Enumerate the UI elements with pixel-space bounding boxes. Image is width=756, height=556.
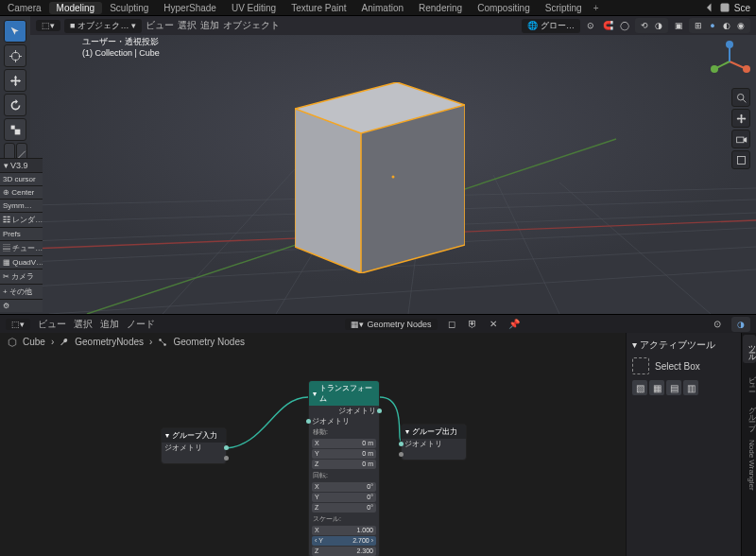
svg-rect-2 bbox=[10, 125, 14, 129]
svg-rect-0 bbox=[720, 4, 729, 12]
close-nodetree-icon[interactable]: ✕ bbox=[487, 318, 500, 331]
scale-y-field[interactable]: ‹ Y2.700 › bbox=[312, 536, 376, 546]
node-tree-selector[interactable]: ▦▾ Geometry Nodes bbox=[345, 319, 437, 330]
ws-tab-texture[interactable]: Texture Paint bbox=[284, 2, 353, 14]
origin-dot bbox=[392, 176, 395, 179]
ws-tab-camera[interactable]: Camera bbox=[0, 2, 49, 14]
camera-view-icon[interactable] bbox=[731, 130, 750, 148]
svg-point-28 bbox=[737, 94, 744, 100]
select-box-icon bbox=[632, 357, 649, 374]
svg-point-25 bbox=[711, 65, 718, 73]
rendered-shading-icon[interactable]: ◉ bbox=[734, 19, 747, 32]
panel-center[interactable]: ⊕ Center bbox=[0, 185, 43, 199]
cursor-tool[interactable] bbox=[4, 44, 26, 67]
ws-tab-scripting[interactable]: Scripting bbox=[538, 2, 590, 14]
vtab-view[interactable]: ビュー bbox=[743, 365, 756, 393]
menu-view[interactable]: ビュー bbox=[146, 19, 174, 32]
node-group-input[interactable]: ▾グループ入力 ジオメトリ bbox=[161, 427, 227, 464]
shading-pill: ⊞ ● ◐ ◉ bbox=[689, 18, 750, 33]
ws-tab-hypershade[interactable]: HyperShade bbox=[156, 2, 224, 14]
selmode-sub-icon[interactable]: ▤ bbox=[666, 380, 681, 395]
menu-object[interactable]: オブジェクト bbox=[223, 19, 280, 32]
back-icon[interactable] bbox=[704, 2, 715, 13]
panel-3d-cursor[interactable]: 3D cursor bbox=[0, 172, 43, 185]
ne-menu-view[interactable]: ビュー bbox=[38, 318, 66, 331]
pivot-icon[interactable]: ⊙ bbox=[584, 19, 597, 32]
selmode-invert-icon[interactable]: ▥ bbox=[683, 380, 698, 395]
cube-icon bbox=[8, 338, 17, 347]
shield-icon[interactable]: ⛨ bbox=[466, 318, 479, 331]
orientation-dropdown[interactable]: 🌐 グロー… bbox=[522, 19, 580, 33]
node-transform[interactable]: ▾トランスフォーム ジオメトリ ジオメトリ 移動: X0 m Y0 m Z0 m… bbox=[308, 380, 380, 556]
wireframe-shading-icon[interactable]: ⊞ bbox=[692, 19, 705, 32]
side-panel: ▾V3.9 3D cursor ⊕ Center Symm… ☷ レンダ… Pr… bbox=[0, 158, 43, 312]
zoom-icon[interactable] bbox=[731, 88, 750, 107]
ws-tab-animation[interactable]: Animation bbox=[354, 2, 411, 14]
node-canvas[interactable]: Cube › GeometryNodes › Geometry Nodes ▾グ… bbox=[0, 333, 626, 556]
cube-mesh[interactable] bbox=[295, 82, 465, 273]
context-label: ユーザー・透視投影 (1) Collection | Cube bbox=[82, 37, 160, 59]
ne-menu-add[interactable]: 追加 bbox=[100, 318, 119, 331]
scene-name[interactable]: Sce bbox=[734, 3, 750, 13]
snap-ne-icon[interactable]: ⊙ bbox=[711, 318, 724, 331]
mode-dropdown[interactable]: ■ オブジェク… ▾ bbox=[64, 19, 142, 33]
menu-add[interactable]: 追加 bbox=[200, 19, 219, 32]
pan-icon[interactable] bbox=[731, 109, 750, 128]
gizmo-toggle-icon[interactable]: ⟲ bbox=[638, 19, 651, 32]
material-shading-icon[interactable]: ◐ bbox=[720, 19, 733, 32]
overlay-ne-icon[interactable]: ◑ bbox=[734, 318, 747, 331]
solid-shading-icon[interactable]: ● bbox=[706, 19, 719, 32]
panel-prefs[interactable]: Prefs bbox=[0, 227, 43, 240]
selmode-set-icon[interactable]: ▧ bbox=[632, 380, 647, 395]
editor-type-dropdown[interactable]: ⬚▾ bbox=[36, 20, 60, 31]
proportional-icon[interactable]: ◯ bbox=[618, 19, 631, 32]
panel-render[interactable]: ☷ レンダ… bbox=[0, 212, 43, 227]
vtab-group[interactable]: グループ bbox=[743, 395, 756, 432]
ne-editor-type-dropdown[interactable]: ⬚▾ bbox=[6, 319, 30, 330]
move-tool[interactable] bbox=[4, 69, 26, 92]
active-tool-select-box[interactable]: Select Box bbox=[632, 357, 735, 374]
svg-marker-20 bbox=[295, 109, 361, 273]
ws-tab-modeling[interactable]: Modeling bbox=[49, 2, 103, 14]
select-box-tool[interactable] bbox=[4, 20, 26, 43]
breadcrumb-object[interactable]: Cube bbox=[23, 337, 45, 347]
nav-gizmo[interactable] bbox=[709, 41, 750, 82]
panel-symm[interactable]: Symm… bbox=[0, 199, 43, 212]
ws-tab-compositing[interactable]: Compositing bbox=[470, 2, 538, 14]
pin-nodetree-icon[interactable]: ◻ bbox=[445, 318, 458, 331]
overlay-toggle-icon[interactable]: ◑ bbox=[652, 19, 665, 32]
nodetree-icon bbox=[158, 338, 167, 347]
breadcrumb-modifier[interactable]: GeometryNodes bbox=[75, 337, 144, 347]
ne-menu-select[interactable]: 選択 bbox=[74, 318, 93, 331]
vtab-wrangler[interactable]: Node Wrangler bbox=[743, 434, 756, 496]
vtab-tool[interactable]: ツール bbox=[743, 335, 756, 363]
menu-select[interactable]: 選択 bbox=[178, 19, 197, 32]
scale-tool[interactable] bbox=[4, 118, 26, 141]
ws-tab-uv[interactable]: UV Editing bbox=[224, 2, 284, 14]
persp-ortho-icon[interactable] bbox=[731, 150, 750, 169]
add-workspace-button[interactable]: + bbox=[593, 3, 599, 13]
selmode-extend-icon[interactable]: ▦ bbox=[649, 380, 664, 395]
scene-icon[interactable] bbox=[719, 2, 730, 13]
3d-viewport[interactable]: ⬚▾ ■ オブジェク… ▾ ビュー 選択 追加 オブジェクト 🌐 グロー… ⊙ … bbox=[30, 16, 756, 314]
svg-point-1 bbox=[11, 52, 19, 60]
svg-rect-3 bbox=[14, 129, 20, 134]
ne-menu-node[interactable]: ノード bbox=[127, 318, 155, 331]
snap-icon[interactable]: 🧲 bbox=[601, 19, 614, 32]
svg-marker-19 bbox=[361, 105, 465, 273]
panel-quadview[interactable]: ▦ QuadV… bbox=[0, 255, 43, 269]
xray-icon[interactable]: ▣ bbox=[672, 19, 685, 32]
panel-other[interactable]: + その他 bbox=[0, 284, 43, 299]
panel-camera[interactable]: ✂ カメラ bbox=[0, 269, 43, 284]
rotate-tool[interactable] bbox=[4, 94, 26, 116]
node-group-output[interactable]: ▾グループ出力 ジオメトリ bbox=[401, 424, 467, 460]
panel-header[interactable]: ▾V3.9 bbox=[0, 158, 43, 172]
ws-tab-sculpting[interactable]: Sculpting bbox=[102, 2, 156, 14]
svg-rect-30 bbox=[737, 156, 745, 164]
ws-tab-rendering[interactable]: Rendering bbox=[411, 2, 470, 14]
breadcrumb-tree[interactable]: Geometry Nodes bbox=[173, 337, 245, 347]
panel-blender[interactable]: ⚙ bbox=[0, 299, 43, 312]
panel-tutorial[interactable]: ▤ チュー… bbox=[0, 240, 43, 255]
wrench-icon bbox=[60, 338, 69, 347]
pin-icon[interactable]: 📌 bbox=[507, 318, 521, 331]
